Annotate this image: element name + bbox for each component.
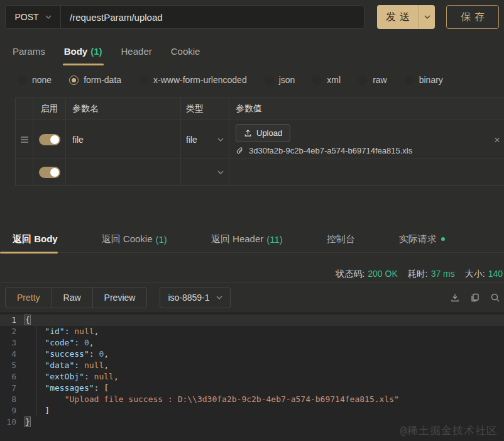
download-icon[interactable] — [450, 293, 460, 303]
url-input[interactable] — [61, 6, 364, 28]
close-icon[interactable]: × — [494, 134, 500, 145]
radio-label: binary — [419, 75, 443, 85]
code-line-content: "data": null, — [25, 360, 109, 371]
tab-count-badge: (11) — [266, 234, 283, 245]
code-line: 7 "messages": [ — [0, 382, 504, 394]
tab-label: 返回 Cookie — [102, 233, 153, 245]
line-number: 2 — [0, 326, 25, 337]
code-line: 8 "Upload file success : D:\\3d30fa2b-9c… — [0, 394, 504, 405]
search-icon[interactable] — [490, 293, 500, 303]
api-tool-window: POST 发送 保存 Params Body (1) Hea — [0, 0, 504, 441]
code-line-content: "success": 0, — [25, 349, 109, 360]
tab-actual-request[interactable]: 实际请求 — [399, 225, 445, 253]
radio-icon — [265, 75, 274, 85]
request-bar: POST 发送 保存 — [5, 5, 499, 29]
response-tabs: 返回 Body 返回 Cookie (1) 返回 Header (11) 控制台… — [0, 225, 504, 253]
tab-label: Header — [121, 46, 152, 57]
radio-none[interactable]: none — [18, 75, 52, 85]
radio-json[interactable]: json — [265, 75, 295, 85]
tab-cookie[interactable]: Cookie — [171, 36, 200, 65]
line-number: 7 — [0, 382, 25, 394]
status-code: 状态码: 200 OK — [336, 269, 397, 280]
tab-response-body[interactable]: 返回 Body — [0, 225, 58, 253]
enable-toggle[interactable] — [39, 134, 60, 145]
chevron-down-icon — [45, 15, 52, 19]
name-column-header: 参数名 — [66, 98, 181, 120]
tab-response-header[interactable]: 返回 Header (11) — [211, 225, 283, 253]
param-value-cell: Upload 3d30fa2b-9c2b-4eb7-a574-b69714fea… — [229, 120, 504, 159]
line-number: 4 — [0, 349, 25, 360]
status-size: 大小: 140 — [465, 269, 503, 280]
send-button[interactable]: 发送 — [377, 5, 435, 29]
send-button-label[interactable]: 发送 — [377, 5, 419, 29]
chevron-down-icon — [216, 296, 222, 299]
param-type-select[interactable]: file — [181, 120, 229, 159]
radio-label: json — [279, 75, 295, 85]
radio-raw[interactable]: raw — [358, 75, 387, 85]
chevron-down-icon — [217, 138, 224, 142]
response-status: 状态码: 200 OK 耗时: 37 ms 大小: 140 — [336, 267, 503, 282]
upload-button[interactable]: Upload — [236, 124, 290, 142]
copy-icon[interactable] — [470, 293, 480, 303]
radio-icon — [139, 75, 148, 85]
code-line-content: "messages": [ — [25, 382, 109, 394]
tab-label: Cookie — [171, 46, 200, 57]
param-name-cell[interactable] — [66, 159, 181, 185]
code-lines: 1{2 "id": null,3 "code": 0,4 "success": … — [0, 315, 504, 428]
line-number: 10 — [0, 416, 25, 428]
view-mode-preview[interactable]: Preview — [92, 287, 147, 308]
method-select[interactable]: POST — [6, 6, 61, 28]
code-line: 4 "success": 0, — [0, 349, 504, 360]
code-line-content: } — [25, 416, 30, 428]
watermark: @稀土掘金技术社区 — [400, 425, 498, 436]
status-time: 耗时: 37 ms — [408, 269, 455, 280]
tab-label: 返回 Header — [211, 233, 263, 245]
attached-file-name: 3d30fa2b-9c2b-4eb7-a574-b69714fea815.xls — [249, 146, 412, 155]
tab-count-badge: (1) — [90, 46, 102, 57]
response-body-editor[interactable]: 1{2 "id": null,3 "code": 0,4 "success": … — [0, 312, 504, 441]
indent-guide — [36, 326, 37, 416]
param-value-cell[interactable] — [229, 159, 504, 185]
line-number: 1 — [0, 315, 25, 326]
enable-cell — [33, 159, 66, 185]
param-name-cell[interactable]: file — [66, 120, 181, 159]
tab-body[interactable]: Body (1) — [64, 36, 102, 65]
line-number: 5 — [0, 360, 25, 371]
enable-toggle[interactable] — [39, 167, 60, 178]
radio-x-www-form-urlencoded[interactable]: x-www-form-urlencoded — [139, 75, 247, 85]
radio-xml[interactable]: xml — [312, 75, 341, 85]
status-size-value: 140 — [488, 269, 503, 280]
radio-icon — [312, 75, 322, 85]
chevron-down-icon — [217, 170, 224, 174]
radio-form-data[interactable]: form-data — [69, 75, 121, 85]
radio-label: raw — [373, 75, 387, 85]
table-row — [16, 159, 504, 185]
upload-button-label: Upload — [256, 128, 282, 138]
tab-header[interactable]: Header — [121, 36, 152, 65]
send-options-caret[interactable] — [419, 5, 435, 29]
drag-cell — [16, 120, 33, 159]
tab-response-cookie[interactable]: 返回 Cookie (1) — [102, 225, 167, 253]
view-mode-pretty[interactable]: Pretty — [6, 287, 52, 308]
code-line-content: "code": 0, — [25, 337, 94, 349]
param-type-select[interactable] — [181, 159, 229, 185]
enable-cell — [33, 120, 66, 159]
type-column-header: 类型 — [181, 98, 229, 120]
tab-console[interactable]: 控制台 — [327, 225, 355, 253]
line-number: 9 — [0, 405, 25, 416]
notification-dot-icon — [441, 237, 445, 241]
drag-handle-icon[interactable] — [19, 136, 30, 143]
radio-checked-icon — [69, 75, 79, 85]
line-number: 6 — [0, 371, 25, 382]
drag-cell — [16, 159, 33, 185]
view-mode-raw[interactable]: Raw — [52, 287, 92, 308]
tab-label: 实际请求 — [399, 233, 437, 245]
encoding-select[interactable]: iso-8859-1 — [160, 287, 230, 308]
radio-binary[interactable]: binary — [405, 75, 443, 85]
line-number: 3 — [0, 337, 25, 349]
tab-params[interactable]: Params — [13, 36, 45, 65]
save-button[interactable]: 保存 — [446, 5, 499, 29]
view-mode-segmented: Pretty Raw Preview — [5, 287, 147, 308]
line-number: 8 — [0, 394, 25, 405]
attached-file: 3d30fa2b-9c2b-4eb7-a574-b69714fea815.xls — [236, 146, 412, 155]
